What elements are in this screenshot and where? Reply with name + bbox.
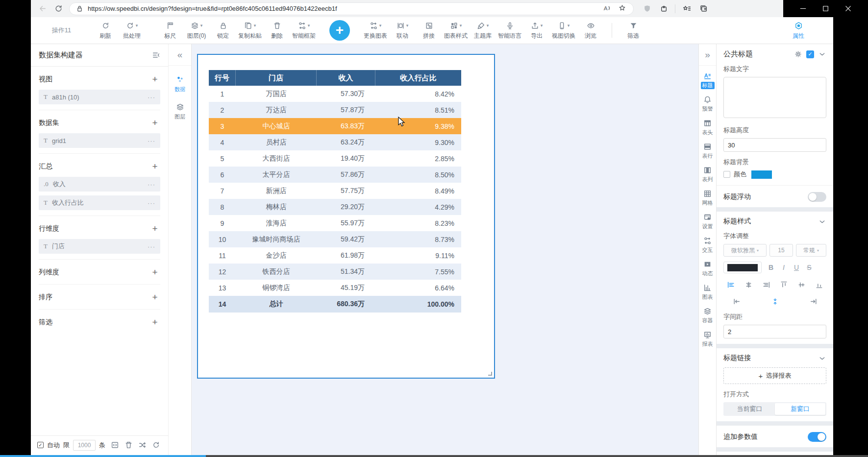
smart-frame-button[interactable]: ▾ 智能框架 (292, 21, 316, 40)
chevron-down-icon[interactable] (818, 50, 826, 58)
tab-report[interactable]: 报表 (701, 331, 715, 348)
font-size-select[interactable]: 15 (769, 244, 793, 257)
maximize-button[interactable] (818, 1, 833, 16)
open-mode-option[interactable]: 新窗口 (775, 403, 825, 415)
spacing-input[interactable] (723, 325, 826, 338)
table-row[interactable]: 8梅林店29.20万4.29% (209, 199, 461, 215)
add-row-dimensions-button[interactable]: + (149, 223, 160, 234)
design-canvas[interactable]: 行号门店收入收入行占比1万国店57.30万8.42%2万达店57.87万8.51… (192, 44, 698, 457)
url-text[interactable]: https://ow.speedbi.cn/design?fdesign=tru… (88, 5, 599, 12)
font-family-select[interactable]: 微软雅黑▾ (723, 244, 767, 257)
title-float-toggle[interactable] (808, 192, 826, 202)
field-pill[interactable]: T 收入行占比 ··· (39, 195, 160, 210)
tab-title[interactable]: 标题 (701, 72, 715, 89)
batch-button[interactable]: ▾ 批处理 (121, 21, 143, 40)
field-pill[interactable]: T 门店 ··· (39, 239, 160, 254)
lock-button[interactable]: 锁定 (212, 21, 234, 40)
table-row[interactable]: 11金沙店61.98万9.11% (209, 247, 461, 264)
underline-button[interactable]: U (790, 264, 803, 271)
add-widget-button[interactable]: + (329, 20, 350, 41)
export-button[interactable]: ▾ 导出 (525, 21, 548, 40)
append-param-toggle[interactable] (808, 432, 826, 442)
auto-checkbox[interactable]: ✓ (37, 442, 44, 448)
font-color-picker[interactable] (723, 262, 762, 273)
filter-button[interactable]: 筛选 (622, 21, 645, 40)
more-icon[interactable]: ··· (148, 243, 155, 250)
align-center-button[interactable] (742, 279, 755, 290)
italic-button[interactable]: I (777, 264, 790, 271)
resize-handle[interactable] (488, 372, 492, 376)
tab-data[interactable]: 数据 (174, 75, 185, 93)
chevron-down-icon[interactable] (818, 217, 826, 226)
copy-paste-button[interactable]: ▾ 复制粘贴 (238, 21, 262, 40)
more-icon[interactable]: ··· (148, 181, 155, 188)
ruler-button[interactable]: 标尺 (159, 21, 181, 40)
tab-table-col[interactable]: 表列 (701, 166, 715, 183)
theme-library-button[interactable]: ▾ 主题库 (471, 21, 494, 40)
table-row[interactable]: 2万达店57.87万8.51% (209, 102, 461, 118)
gear-icon[interactable] (794, 50, 802, 58)
font-weight-select[interactable]: 常规▾ (796, 244, 826, 257)
expand-right-icon[interactable]: » (699, 44, 716, 66)
arrow-center-vertical-button[interactable] (769, 296, 781, 307)
title-enabled-checkbox[interactable]: ✓ (806, 50, 814, 58)
table-row[interactable]: 1万国店57.30万8.42% (209, 86, 461, 102)
chart-style-button[interactable]: ▾ 图表样式 (444, 21, 468, 40)
bg-color-swatch[interactable] (751, 170, 772, 179)
add-col-dimensions-button[interactable]: + (149, 267, 160, 278)
favorites-list-icon[interactable] (681, 3, 692, 14)
table-row[interactable]: 4员村店63.24万9.30% (209, 134, 461, 150)
more-icon[interactable]: ··· (148, 94, 155, 101)
extensions-icon[interactable] (658, 3, 669, 14)
preview-button[interactable]: 浏览 (579, 21, 602, 40)
align-middle-button[interactable] (795, 279, 808, 290)
tab-interact[interactable]: 交互 (701, 237, 715, 254)
trash-icon[interactable] (124, 440, 133, 450)
view-switch-button[interactable]: ▾ 视图切换 (552, 21, 575, 40)
shield-icon[interactable] (642, 3, 652, 14)
table-row[interactable]: 14总计680.36万100.00% (209, 296, 461, 313)
bg-color-checkbox[interactable] (723, 171, 730, 178)
open-mode-option[interactable]: 当前窗口 (724, 403, 775, 415)
refresh-icon[interactable] (52, 2, 65, 15)
tab-settings[interactable]: 设置 (701, 213, 715, 230)
table-row[interactable]: 13铜锣湾店45.19万6.64% (209, 280, 461, 296)
splice-button[interactable]: 拼接 (418, 21, 440, 40)
tab-alert[interactable]: 预警 (701, 96, 715, 113)
arrow-left-edge-button[interactable] (730, 296, 743, 307)
tab-table-head[interactable]: 表头 (701, 119, 715, 136)
tab-grid[interactable]: 网格 (701, 190, 715, 207)
shuffle-icon[interactable] (137, 440, 147, 450)
back-icon[interactable] (36, 2, 49, 15)
video-progress-bar[interactable] (0, 455, 868, 457)
read-aloud-icon[interactable]: A (601, 3, 612, 14)
embed-code-icon[interactable] (110, 440, 120, 450)
add-datasets-button[interactable]: + (149, 118, 160, 128)
table-header-row[interactable]: 行号门店收入收入行占比 (209, 70, 461, 86)
table-row[interactable]: 6太平分店57.86万8.50% (209, 167, 461, 183)
field-pill[interactable]: T a81h (10) ··· (39, 90, 160, 104)
url-bar[interactable]: https://ow.speedbi.cn/design?fdesign=tru… (69, 2, 634, 15)
tab-table-row[interactable]: 表行 (701, 143, 715, 160)
table-row[interactable]: 5大西街店19.40万2.85% (209, 150, 461, 167)
align-left-button[interactable] (724, 279, 737, 290)
minimize-button[interactable] (796, 1, 811, 16)
tab-chart[interactable]: 图表 (701, 284, 715, 301)
table-row[interactable]: 7新洲店57.75万8.49% (209, 183, 461, 199)
title-text-input[interactable] (723, 77, 826, 118)
close-button[interactable] (841, 1, 855, 16)
tab-container[interactable]: 容器 (701, 307, 715, 324)
add-views-button[interactable]: + (149, 74, 160, 85)
menu-collapse-icon[interactable] (152, 51, 160, 59)
refresh-icon[interactable] (151, 440, 161, 450)
add-sort-button[interactable]: + (149, 292, 160, 303)
more-icon[interactable]: ··· (148, 199, 155, 207)
collections-icon[interactable] (698, 3, 709, 14)
collapse-left-icon[interactable]: « (169, 44, 191, 66)
favorite-add-icon[interactable] (617, 3, 627, 14)
field-pill[interactable]: T grid1 ··· (39, 133, 160, 148)
linkage-button[interactable]: ▾ 联动 (391, 21, 414, 40)
align-bottom-button[interactable] (813, 279, 825, 290)
table-row[interactable]: 3中心城店63.83万9.38% (209, 118, 461, 134)
table-row[interactable]: 12铁西分店51.34万7.55% (209, 264, 461, 280)
